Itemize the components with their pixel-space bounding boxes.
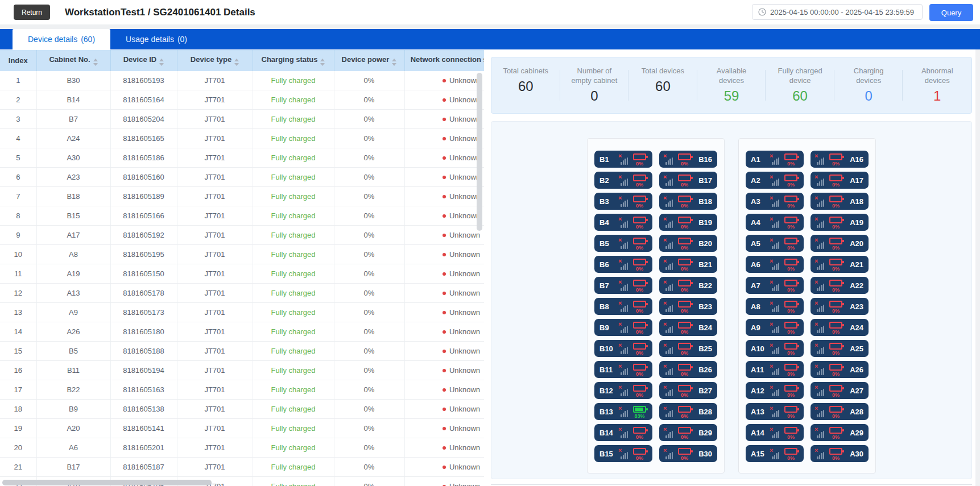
- cabinet-tile-B1[interactable]: B1×0%: [594, 151, 652, 168]
- cabinet-tile-A8[interactable]: A8×0%: [746, 298, 804, 315]
- cabinet-tile-A30[interactable]: ×0%A30: [811, 445, 869, 462]
- cabinet-tile-A7[interactable]: A7×0%: [746, 277, 804, 294]
- cabinet-tile-B18[interactable]: ×0%B18: [659, 193, 717, 210]
- cabinet-tile-B5[interactable]: B5×0%: [594, 235, 652, 252]
- page-scrollbar-track[interactable]: [975, 49, 980, 486]
- cabinet-tile-B29[interactable]: ×0%B29: [659, 424, 717, 441]
- cabinet-tile-A25[interactable]: ×0%A25: [811, 340, 869, 357]
- cabinet-tile-A6[interactable]: A6×0%: [746, 256, 804, 273]
- cabinet-tile-B12[interactable]: B12×0%: [594, 382, 652, 399]
- cabinet-tile-B10[interactable]: B10×0%: [594, 340, 652, 357]
- cabinet-tile-A19[interactable]: ×0%A19: [811, 214, 869, 231]
- cabinet-tile-B19[interactable]: ×0%B19: [659, 214, 717, 231]
- battery-percent: 0%: [681, 308, 688, 314]
- battery-percent: 0%: [681, 371, 688, 377]
- cabinet-tile-A22[interactable]: ×0%A22: [811, 277, 869, 294]
- return-button[interactable]: Return: [14, 5, 50, 20]
- column-header-cabinet-no[interactable]: Cabinet No.: [36, 50, 110, 71]
- cabinet-tile-A23[interactable]: ×0%A23: [811, 298, 869, 315]
- column-header-charging-status[interactable]: Charging status: [253, 50, 334, 71]
- cabinet-tile-A15[interactable]: A15×0%: [746, 445, 804, 462]
- cabinet-tile-A20[interactable]: ×0%A20: [811, 235, 869, 252]
- cabinet-label: B13: [599, 408, 613, 416]
- battery-percent: 0%: [787, 287, 795, 293]
- cell-device-type: JT701: [177, 284, 253, 303]
- cabinet-tile-B7[interactable]: B7×0%: [594, 277, 652, 294]
- cabinet-tile-B16[interactable]: ×0%B16: [659, 151, 717, 168]
- cabinet-tile-B17[interactable]: ×0%B17: [659, 172, 717, 189]
- tab-device-details[interactable]: Device details (60): [13, 29, 110, 49]
- cabinet-tile-A3[interactable]: A3×0%: [746, 193, 804, 210]
- battery-icon: 0%: [828, 153, 843, 167]
- cabinet-tile-A11[interactable]: A11×0%: [746, 361, 804, 378]
- sort-caret-icon[interactable]: [392, 59, 396, 66]
- cabinet-tile-A2[interactable]: A2×0%: [746, 172, 804, 189]
- cabinet-tile-B13[interactable]: B13×83%: [594, 403, 652, 420]
- cabinet-tile-B27[interactable]: ×0%B27: [659, 382, 717, 399]
- cabinet-tile-B3[interactable]: B3×0%: [594, 193, 652, 210]
- cell-device-power: 0%: [334, 245, 404, 264]
- cabinet-tile-A9[interactable]: A9×0%: [746, 319, 804, 336]
- cabinet-tile-A14[interactable]: A14×0%: [746, 424, 804, 441]
- cabinet-tile-A4[interactable]: A4×0%: [746, 214, 804, 231]
- cabinet-board: B1×0%×0%B16B2×0%×0%B17B3×0%×0%B18B4×0%×0…: [491, 121, 972, 479]
- sort-caret-icon[interactable]: [159, 59, 164, 66]
- cabinet-tile-B9[interactable]: B9×0%: [594, 319, 652, 336]
- cabinet-tile-A16[interactable]: ×0%A16: [811, 151, 869, 168]
- cabinet-tile-B22[interactable]: ×0%B22: [659, 277, 717, 294]
- cabinet-row: A14×0%×0%A29: [746, 424, 869, 441]
- cabinet-tile-A27[interactable]: ×0%A27: [811, 382, 869, 399]
- cabinet-tile-B20[interactable]: ×0%B20: [659, 235, 717, 252]
- tile-icons: ×0%: [664, 446, 692, 461]
- cabinet-tile-B4[interactable]: B4×0%: [594, 214, 652, 231]
- cabinet-tile-B21[interactable]: ×0%B21: [659, 256, 717, 273]
- column-header-device-type[interactable]: Device type: [177, 50, 253, 71]
- cabinet-tile-A10[interactable]: A10×0%: [746, 340, 804, 357]
- cabinet-tile-B26[interactable]: ×0%B26: [659, 361, 717, 378]
- cabinet-tile-A1[interactable]: A1×0%: [746, 151, 804, 168]
- tab-usage-details[interactable]: Usage details (0): [110, 29, 202, 49]
- cabinet-tile-A24[interactable]: ×0%A24: [811, 319, 869, 336]
- cabinet-label: B14: [599, 429, 613, 437]
- cabinet-tile-A26[interactable]: ×0%A26: [811, 361, 869, 378]
- table-row: 11A198181605150JT701Fully charged0%Unkno…: [0, 264, 484, 284]
- column-header-network-connection-status[interactable]: Network connection status: [404, 50, 484, 71]
- sort-caret-icon[interactable]: [234, 59, 239, 66]
- cabinet-tile-B2[interactable]: B2×0%: [594, 172, 652, 189]
- cabinet-tile-A18[interactable]: ×0%A18: [811, 193, 869, 210]
- battery-icon: 0%: [677, 280, 692, 293]
- cabinet-tile-B23[interactable]: ×0%B23: [659, 298, 717, 315]
- horizontal-scrollbar-thumb[interactable]: [2, 480, 212, 485]
- status-dot-icon: [443, 118, 446, 121]
- cabinet-tile-B30[interactable]: ×0%B30: [659, 445, 717, 462]
- cabinet-tile-B15[interactable]: B15×0%: [594, 445, 652, 462]
- cabinet-tile-A28[interactable]: ×0%A28: [811, 403, 869, 420]
- cabinet-tile-B6[interactable]: B6×0%: [594, 256, 652, 273]
- tile-icons: ×0%: [664, 152, 692, 167]
- vertical-scrollbar-thumb[interactable]: [477, 73, 482, 231]
- cabinet-tile-A13[interactable]: A13×0%: [746, 403, 804, 420]
- cabinet-tile-A29[interactable]: ×0%A29: [811, 424, 869, 441]
- cabinet-label: B28: [698, 408, 712, 416]
- cabinet-tile-B25[interactable]: ×0%B25: [659, 340, 717, 357]
- cabinet-tile-A12[interactable]: A12×0%: [746, 382, 804, 399]
- cabinet-tile-B8[interactable]: B8×0%: [594, 298, 652, 315]
- cabinet-tile-B14[interactable]: B14×0%: [594, 424, 652, 441]
- battery-percent: 83%: [634, 413, 644, 419]
- battery-percent: 0%: [832, 287, 840, 293]
- cabinet-tile-B11[interactable]: B11×0%: [594, 361, 652, 378]
- cabinet-tile-B28[interactable]: ×6%B28: [659, 403, 717, 420]
- query-button[interactable]: Query: [929, 4, 973, 21]
- battery-percent: 0%: [832, 413, 840, 419]
- cabinet-tile-A21[interactable]: ×0%A21: [811, 256, 869, 273]
- battery-percent: 0%: [787, 203, 795, 209]
- column-header-device-power[interactable]: Device power: [334, 50, 404, 71]
- battery-percent: 0%: [636, 245, 643, 251]
- column-header-device-id[interactable]: Device ID: [110, 50, 177, 71]
- cabinet-tile-B24[interactable]: ×0%B24: [659, 319, 717, 336]
- sort-caret-icon[interactable]: [320, 59, 325, 66]
- sort-caret-icon[interactable]: [93, 59, 98, 66]
- cabinet-tile-A17[interactable]: ×0%A17: [811, 172, 869, 189]
- date-range-picker[interactable]: 2025-04-15 00:00:00 - 2025-04-15 23:59:5…: [752, 4, 923, 20]
- cabinet-tile-A5[interactable]: A5×0%: [746, 235, 804, 252]
